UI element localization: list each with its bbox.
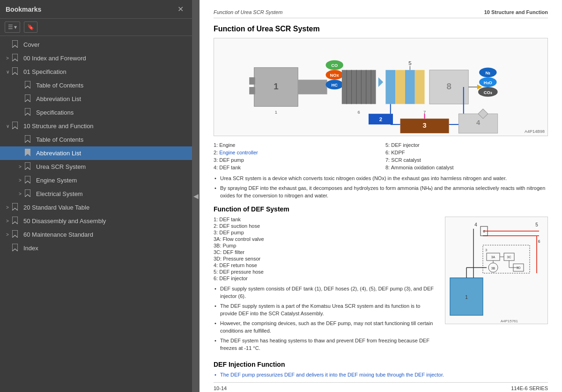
legend-item-5: 5: DEF injector (385, 142, 548, 148)
def-bullet-2: The DEF supply system is a part of the K… (214, 302, 437, 318)
bookmark-item-engine-system[interactable]: >Engine System (0, 174, 192, 187)
doc-footer-right: 114E-6 SERIES (511, 385, 548, 391)
doc-header-left: Function of Urea SCR System (214, 9, 282, 15)
bookmark-label-maintenance: 60 Maintenance Standard (23, 231, 188, 238)
def-bullet-1: DEF supply system consists of DEF tank (… (214, 285, 437, 300)
doc-header: Function of Urea SCR System 10 Structure… (214, 9, 548, 18)
expand-icon-engine-system: > (16, 178, 24, 183)
close-button[interactable]: ✕ (175, 4, 186, 15)
svg-text:1: 1 (465, 295, 468, 300)
def-bullet-list: DEF supply system consists of DEF tank (… (214, 285, 437, 352)
bookmarks-panel: Bookmarks ✕ ☰ ▾ 🔖 Cover>00 Index and For… (0, 0, 192, 392)
def-item-6: 6: DEF injector (214, 276, 437, 281)
bookmark-icon: 🔖 (27, 24, 34, 30)
svg-rect-76 (483, 245, 530, 273)
bookmark-item-specification[interactable]: ∨01 Specification (0, 65, 192, 79)
bookmark-flag-icon-spec-abbr (25, 94, 33, 103)
legend-item-6: 6: KDPF (385, 149, 548, 156)
bookmark-flag-icon-std-value (12, 203, 21, 212)
bookmark-label-structure-function: 10 Structure and Function (23, 123, 188, 130)
def-diagram-box: 1 5 4 2 (445, 217, 548, 324)
svg-marker-7 (25, 135, 30, 143)
svg-text:5: 5 (535, 222, 538, 227)
bookmarks-title: Bookmarks (6, 6, 41, 13)
legend-item-4: 4: DEF tank (214, 164, 376, 171)
svg-rect-36 (385, 70, 395, 104)
svg-text:5: 5 (408, 60, 411, 66)
bookmark-flag-icon-disassembly (12, 217, 21, 225)
bookmark-flag-icon-engine-system (25, 176, 33, 185)
bookmark-item-cover[interactable]: Cover (0, 38, 192, 51)
def-item-3: 3: DEF pump (214, 230, 437, 235)
svg-text:HC: HC (331, 83, 338, 87)
def-item-5: 5: DEF pressure hose (214, 269, 437, 275)
expand-icon-maintenance: > (4, 232, 11, 237)
bookmark-item-maintenance[interactable]: >60 Maintenance Standard (0, 228, 192, 241)
scr-bullet-list: Urea SCR system is a device which conver… (214, 174, 548, 200)
def-items-list: 1: DEF tank 2: DEF suction hose 3: DEF p… (214, 217, 437, 356)
legend-item-1: 1: Engine (214, 142, 376, 148)
bookmark-add-button[interactable]: 🔖 (24, 22, 37, 33)
bookmark-label-index-foreword: 00 Index and Foreword (23, 55, 188, 62)
def-diagram-col: 1 5 4 2 (445, 217, 548, 356)
bookmark-flag-icon-spec-toc (25, 81, 33, 90)
expand-icon-electrical-system: > (16, 191, 24, 196)
def-injection-bullet: The DEF pump pressurizes DEF and deliver… (214, 371, 548, 379)
bookmark-label-std-value: 20 Standard Value Table (23, 204, 188, 211)
svg-text:1: 1 (275, 110, 277, 115)
expand-icon-urea-scr: > (16, 164, 24, 169)
bookmark-item-sf-toc[interactable]: Table of Contents (0, 133, 192, 146)
panel-separator[interactable]: ◀ (192, 0, 200, 392)
def-system-title: Function of DEF System (214, 205, 548, 213)
doc-footer: 10-14 114E-6 SERIES (214, 382, 548, 391)
bookmarks-toolbar: ☰ ▾ 🔖 (0, 19, 192, 36)
bookmark-label-spec-specs: Specifications (36, 109, 188, 116)
def-item-3d: 3D: Pressure sensor (214, 256, 437, 261)
svg-marker-2 (12, 67, 18, 75)
doc-header-right: 10 Structure and Function (484, 9, 548, 15)
svg-rect-18 (249, 77, 255, 85)
svg-marker-15 (12, 244, 18, 251)
legend-item-3: 3: DEF pump (214, 157, 376, 163)
bookmark-label-engine-system: Engine System (36, 177, 188, 184)
document-panel: Function of Urea SCR System 10 Structure… (200, 0, 562, 392)
bookmark-label-index: Index (23, 245, 188, 252)
view-options-button[interactable]: ☰ ▾ (5, 22, 20, 33)
def-bullet-4: The DEF system has heating systems to th… (214, 337, 437, 352)
svg-text:A4P15761: A4P15761 (501, 319, 518, 323)
def-system-svg: 1 5 4 2 (445, 217, 548, 324)
bookmark-item-index-foreword[interactable]: >00 Index and Foreword (0, 51, 192, 65)
bookmark-item-urea-scr[interactable]: >Urea SCR System (0, 160, 192, 174)
bookmark-item-structure-function[interactable]: ∨10 Structure and Function (0, 119, 192, 133)
svg-marker-14 (12, 230, 18, 238)
svg-marker-13 (12, 217, 18, 224)
bookmark-item-std-value[interactable]: >20 Standard Value Table (0, 201, 192, 214)
svg-marker-11 (25, 189, 30, 197)
svg-text:3A: 3A (491, 255, 495, 259)
def-item-3c: 3C: DEF filter (214, 249, 437, 255)
bookmark-label-cover: Cover (23, 41, 188, 48)
doc-footer-left: 10-14 (214, 385, 227, 391)
expand-icon-structure-function: ∨ (4, 123, 11, 129)
bookmark-item-spec-specs[interactable]: Specifications (0, 106, 192, 119)
svg-text:N₂: N₂ (485, 71, 490, 75)
def-item-1: 1: DEF tank (214, 217, 437, 222)
bookmark-flag-icon-urea-scr (25, 162, 33, 171)
def-injection-title: DEF Injection Function (214, 361, 548, 368)
svg-text:2: 2 (379, 116, 382, 122)
bookmark-item-electrical-system[interactable]: >Electrical System (0, 187, 192, 201)
svg-marker-0 (12, 40, 18, 48)
svg-marker-4 (25, 94, 30, 102)
bookmark-item-spec-abbr[interactable]: Abbreviation List (0, 92, 192, 106)
def-system-container: 1: DEF tank 2: DEF suction hose 3: DEF p… (214, 217, 548, 356)
bookmark-label-disassembly: 50 Disassembly and Assembly (23, 218, 188, 225)
bookmark-flag-icon-specification (12, 67, 21, 76)
bookmark-item-sf-abbr[interactable]: Abbreviation List (0, 146, 192, 160)
svg-marker-1 (12, 54, 18, 61)
bookmark-item-index[interactable]: Index (0, 241, 192, 255)
bookmark-item-disassembly[interactable]: >50 Disassembly and Assembly (0, 214, 192, 228)
svg-rect-37 (395, 70, 405, 104)
svg-marker-35 (378, 77, 383, 87)
svg-rect-19 (249, 87, 255, 94)
bookmark-item-spec-toc[interactable]: Table of Contents (0, 79, 192, 92)
